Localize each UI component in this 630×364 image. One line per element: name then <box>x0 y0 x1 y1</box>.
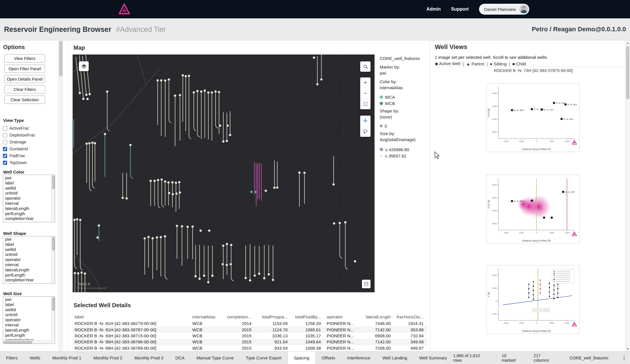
checkbox[interactable] <box>3 140 7 144</box>
clear-selection-button[interactable]: Clear Selection <box>4 96 45 104</box>
checkbox[interactable] <box>3 161 7 165</box>
view-type-option-depletionfrac[interactable]: DepletionFrac <box>0 132 58 139</box>
sidebar-scrollbar[interactable] <box>58 40 63 351</box>
scrollbar-thumb[interactable] <box>626 46 629 99</box>
fit-extent-button[interactable] <box>360 99 371 109</box>
column-header-operator[interactable]: operator <box>325 314 361 319</box>
well-size-option-wellid[interactable]: wellId <box>3 307 51 313</box>
well-size-option-pwi[interactable]: pwi <box>3 297 51 302</box>
well-color-option-laterallength[interactable]: lateralLength <box>3 206 51 211</box>
well-size-option-label[interactable]: label <box>3 302 51 307</box>
well-color-option-completionyear[interactable]: completionYear <box>3 216 51 221</box>
well-shape-option-wellid[interactable]: wellId <box>3 247 51 252</box>
listbox-hscrollbar[interactable] <box>3 340 51 344</box>
column-header-totalfluidby[interactable]: totalFluidBy... <box>293 314 325 319</box>
well-size-listbox[interactable]: pwilabelwellIdunitsIdoperatorintervallat… <box>3 296 55 344</box>
nav-link-admin[interactable]: Admin <box>427 7 441 12</box>
tab-offsets[interactable]: Offsets <box>316 352 341 364</box>
column-header-laterallength[interactable]: lateralLength <box>361 314 395 319</box>
well-color-option-unitsid[interactable]: unitsId <box>3 191 51 196</box>
scrollbar-thumb[interactable] <box>59 41 63 77</box>
view-type-option-padfrac[interactable]: PadFrac <box>0 152 58 159</box>
checkbox[interactable] <box>3 154 7 158</box>
well-size-option-interval[interactable]: interval <box>3 323 51 328</box>
checkbox[interactable] <box>3 147 7 151</box>
column-header-totalproppa[interactable]: totalProppa... <box>257 314 293 319</box>
well-shape-option-perflength[interactable]: perfLength <box>3 273 51 278</box>
table-row[interactable]: ROCKER B -N- 90H [42-383-38786-00-00]WCB… <box>73 339 427 345</box>
view-type-option-gunbarrel[interactable]: Gunbarrel <box>0 145 58 152</box>
view-type-option-topdown[interactable]: TopDown <box>0 159 58 166</box>
scroll-down-icon[interactable]: ▼ <box>625 347 630 351</box>
layers-button[interactable] <box>79 61 89 71</box>
scrollbar-thumb[interactable] <box>52 297 55 311</box>
listbox-scrollbar[interactable] <box>51 175 55 222</box>
well-color-listbox[interactable]: pwilabelwellIdunitsIdoperatorintervallat… <box>3 175 55 222</box>
well-shape-option-laterallength[interactable]: lateralLength <box>3 268 51 273</box>
listbox-scrollbar[interactable] <box>51 236 55 283</box>
column-header-frachorizdis[interactable]: fracHorizDis... <box>395 314 425 319</box>
tab-well-landing[interactable]: Well Landing <box>376 352 413 364</box>
open-details-panel-button[interactable]: Open Details Panel <box>4 75 45 83</box>
well-shape-listbox[interactable]: pwilabelwellIdunitsIdoperatorintervallat… <box>3 236 55 284</box>
well-color-option-operator[interactable]: operator <box>3 196 51 201</box>
table-row[interactable]: ROCKER B -N- 89H [42-383-38789-00-00]WCB… <box>73 345 427 351</box>
well-size-option-unitsid[interactable]: unitsId <box>3 312 51 318</box>
map-search-button[interactable] <box>360 61 371 72</box>
well-chart-topdown[interactable]: 200010000-1000-4000-2000020004000Distanc… <box>486 265 579 334</box>
tab-spacing[interactable]: Spacing <box>288 352 316 364</box>
tab-monthly-prod-2[interactable]: Monthly Prod 2 <box>87 352 128 364</box>
lasso-select-button[interactable] <box>360 126 371 137</box>
tab-wells[interactable]: Wells <box>24 352 46 364</box>
app-logo-icon[interactable] <box>118 3 131 15</box>
tab-monthly-prod-1[interactable]: Monthly Prod 1 <box>46 352 87 364</box>
scroll-up-icon[interactable]: ▲ <box>625 41 630 44</box>
well-size-option-perflength[interactable]: perfLength <box>3 333 51 338</box>
zoom-out-button[interactable]: − <box>360 88 371 99</box>
map-wells-layer[interactable] <box>73 54 375 292</box>
tab-type-curve-export[interactable]: Type Curve Export <box>240 352 287 364</box>
well-shape-option-label[interactable]: label <box>3 242 51 247</box>
well-color-option-label[interactable]: label <box>3 181 51 186</box>
open-filter-panel-button[interactable]: Open Filter Panel <box>4 65 45 73</box>
tab-well-summary[interactable]: Well Summary <box>413 352 453 364</box>
well-size-option-operator[interactable]: operator <box>3 318 51 323</box>
view-filters-button[interactable]: View Filters <box>4 54 45 63</box>
tab-manual-type-curve[interactable]: Manual Type Curve <box>191 352 240 364</box>
column-header-label[interactable]: label <box>73 314 192 319</box>
tab-dca[interactable]: DCA <box>169 352 191 364</box>
checkbox[interactable] <box>3 133 7 137</box>
well-color-option-interval[interactable]: interval <box>3 201 51 206</box>
well-shape-option-completionyear[interactable]: completionYear <box>3 278 51 283</box>
table-row[interactable]: ROCKER B -N- 91H [42-383-38787-00-00]WCB… <box>73 326 427 332</box>
nav-link-support[interactable]: Support <box>451 7 469 12</box>
wellviews-scrollbar[interactable]: ▲ ▼ <box>625 40 630 351</box>
well-size-option-laterallength[interactable]: lateralLength <box>3 328 51 333</box>
well-shape-option-interval[interactable]: interval <box>3 262 51 268</box>
table-row[interactable]: ROCKER B -N- 81H [42-383-38279-00-00]WCB… <box>73 320 427 326</box>
basemap-toggle-button[interactable] <box>362 280 371 288</box>
well-color-option-wellid[interactable]: wellId <box>3 186 51 191</box>
tab-filters[interactable]: Filters <box>0 352 24 364</box>
table-row[interactable]: ROCKER B -N- 83H [42-383-38715-00-00]WCB… <box>73 333 427 339</box>
tab-interference[interactable]: Interference <box>341 352 376 364</box>
user-menu[interactable]: Daniel Plainview <box>479 4 529 15</box>
view-type-option-drainage[interactable]: Drainage <box>0 139 58 145</box>
scrollbar-thumb[interactable] <box>52 176 55 189</box>
zoom-in-button[interactable]: + <box>360 77 371 88</box>
table-menu-button[interactable]: ⋮ <box>621 355 627 361</box>
well-color-option-pwi[interactable]: pwi <box>3 176 51 181</box>
well-shape-option-unitsid[interactable]: unitsId <box>3 252 51 257</box>
well-color-option-perflength[interactable]: perfLength <box>3 211 51 217</box>
well-chart-padfrac[interactable]: 4300450047004900-2000-1000010002000Dista… <box>486 175 579 244</box>
map-canvas[interactable]: + − <box>73 54 375 292</box>
well-shape-option-operator[interactable]: operator <box>3 257 51 262</box>
tab-monthly-prod-3[interactable]: Monthly Prod 3 <box>128 352 169 364</box>
well-chart-gunbarrel[interactable]: 4300450047004900-2000-1000010002000Dista… <box>486 83 579 152</box>
well-shape-option-pwi[interactable]: pwi <box>3 237 51 242</box>
clear-filters-button[interactable]: Clear Filters <box>4 85 45 94</box>
scrollbar-thumb[interactable] <box>4 341 32 344</box>
listbox-scrollbar[interactable] <box>51 297 55 344</box>
checkbox[interactable] <box>3 126 7 131</box>
column-header-intervalalias[interactable]: intervalAlias <box>192 314 226 319</box>
